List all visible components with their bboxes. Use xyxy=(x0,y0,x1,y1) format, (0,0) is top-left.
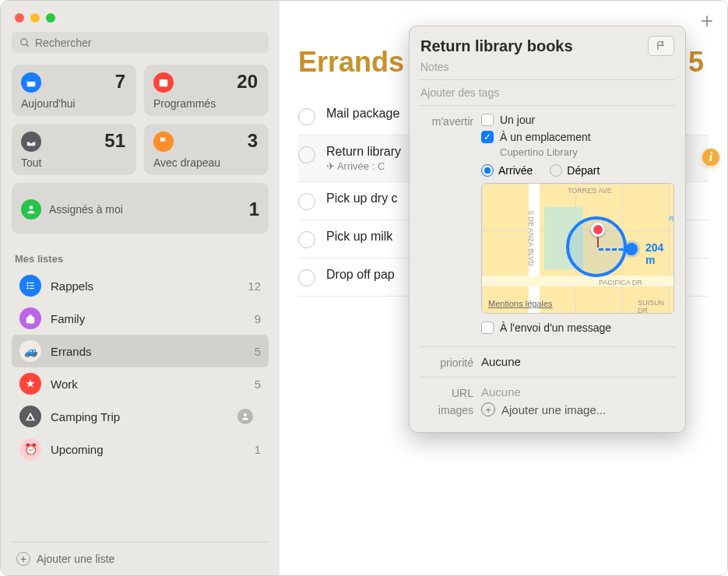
at-location-checkbox-row[interactable]: ✓ À un emplacement xyxy=(481,131,674,143)
svg-line-1 xyxy=(26,44,29,47)
svg-point-7 xyxy=(26,285,28,286)
sidebar: 7 Aujourd'hui 20 Programmés 51 Tout xyxy=(1,1,280,575)
smart-label: Aujourd'hui xyxy=(21,97,127,110)
street-label: PACIFICA DR xyxy=(599,279,642,286)
tent-icon xyxy=(19,406,41,427)
flag-toggle-button[interactable] xyxy=(648,36,674,56)
sidebar-list-camping-trip[interactable]: Camping Trip xyxy=(12,400,269,433)
street-label: SUISUN DR xyxy=(638,299,673,314)
sidebar-list-family[interactable]: Family9 xyxy=(12,302,269,335)
smart-label: Programmés xyxy=(153,97,259,110)
complete-toggle[interactable] xyxy=(298,231,315,248)
flag-icon xyxy=(153,132,174,152)
smart-count: 51 xyxy=(104,130,125,152)
radius-handle[interactable] xyxy=(625,243,638,255)
street-label: S DE ANZA BLVD xyxy=(527,210,535,266)
complete-toggle[interactable] xyxy=(298,269,315,286)
sidebar-list-rappels[interactable]: Rappels12 xyxy=(12,269,269,302)
list-count: 5 xyxy=(688,46,704,79)
url-label: URL xyxy=(420,385,481,399)
radio-unchecked-icon xyxy=(550,164,562,177)
list-name: Rappels xyxy=(51,279,93,293)
location-map[interactable]: TORRES AVE S DE ANZA BLVD PACIFICA DR SU… xyxy=(481,183,674,314)
radio-checked-icon xyxy=(481,164,494,177)
car-icon: 🚙 xyxy=(19,340,41,362)
svg-rect-4 xyxy=(160,79,168,86)
smart-count: 1 xyxy=(249,198,259,220)
street-label: TORRES AVE xyxy=(568,187,612,195)
smart-list-flagged[interactable]: 3 Avec drapeau xyxy=(144,124,269,175)
info-button[interactable]: i xyxy=(702,149,719,166)
smart-label: Assignés à moi xyxy=(49,203,123,216)
arriving-label: Arrivée xyxy=(498,164,533,177)
svg-rect-10 xyxy=(30,285,34,286)
svg-rect-11 xyxy=(30,288,34,289)
smart-list-all[interactable]: 51 Tout xyxy=(12,124,136,175)
add-list-label: Ajouter une liste xyxy=(37,553,114,565)
smart-list-assigned[interactable]: Assignés à moi 1 xyxy=(12,183,269,234)
list-count: 5 xyxy=(255,378,261,391)
complete-toggle[interactable] xyxy=(298,193,315,210)
plus-circle-icon: + xyxy=(481,402,495,416)
list-name: Family xyxy=(51,312,85,325)
svg-rect-9 xyxy=(30,283,34,283)
list-name: Upcoming xyxy=(51,443,104,456)
list-count: 1 xyxy=(255,443,261,456)
calendar-icon xyxy=(21,72,41,93)
checkbox-checked-icon: ✓ xyxy=(481,131,494,143)
map-legal-link[interactable]: Mentions légales xyxy=(488,299,553,308)
list-icon xyxy=(19,275,41,297)
checkbox-unchecked-icon xyxy=(481,114,494,126)
search-input[interactable] xyxy=(35,37,261,49)
search-field[interactable] xyxy=(12,32,269,54)
list-count: 5 xyxy=(255,345,261,358)
inspector-title[interactable]: Return library books xyxy=(420,37,648,55)
when-messaging-checkbox-row[interactable]: À l'envoi d'un message xyxy=(481,321,674,334)
arriving-radio[interactable]: Arrivée xyxy=(481,164,533,177)
lists-container: Rappels12Family9🚙Errands5Work5Camping Tr… xyxy=(12,269,269,465)
smart-count: 7 xyxy=(115,71,125,93)
sidebar-list-work[interactable]: Work5 xyxy=(12,367,269,400)
complete-toggle[interactable] xyxy=(298,108,315,125)
leaving-label: Départ xyxy=(567,164,600,177)
complete-toggle[interactable] xyxy=(298,146,315,163)
add-list-button[interactable]: + Ajouter une liste xyxy=(12,542,269,575)
on-a-day-checkbox-row[interactable]: Un jour xyxy=(481,114,674,126)
close-window-button[interactable] xyxy=(15,13,24,23)
minimize-window-button[interactable] xyxy=(30,13,40,23)
smart-count: 3 xyxy=(248,130,258,152)
sidebar-list-upcoming[interactable]: ⏰Upcoming1 xyxy=(12,433,269,465)
tray-icon xyxy=(21,132,41,152)
calendar-dots-icon xyxy=(153,72,174,93)
map-pin-icon xyxy=(591,223,605,237)
fullscreen-window-button[interactable] xyxy=(46,13,55,23)
remind-me-label: m'avertir xyxy=(420,114,481,339)
svg-point-0 xyxy=(21,39,27,45)
images-label: images xyxy=(420,402,481,416)
sidebar-list-errands[interactable]: 🚙Errands5 xyxy=(12,335,269,367)
notes-field[interactable]: Notes xyxy=(420,58,674,76)
priority-label: priorité xyxy=(420,355,481,369)
svg-point-6 xyxy=(26,282,28,283)
shared-icon xyxy=(237,409,253,424)
location-name: Cupertino Library xyxy=(500,146,674,158)
smart-label: Tout xyxy=(21,156,127,169)
smart-list-today[interactable]: 7 Aujourd'hui xyxy=(12,65,136,116)
checkbox-unchecked-icon xyxy=(481,321,494,334)
list-name: Camping Trip xyxy=(51,410,120,423)
my-lists-header: Mes listes xyxy=(12,242,269,269)
add-reminder-button[interactable]: + xyxy=(701,9,713,33)
url-value[interactable]: Aucune xyxy=(481,385,674,399)
on-a-day-label: Un jour xyxy=(500,114,535,126)
smart-list-scheduled[interactable]: 20 Programmés xyxy=(144,65,269,116)
when-messaging-label: À l'envoi d'un message xyxy=(500,321,611,334)
radius-value: 204 m xyxy=(645,241,673,266)
add-image-button[interactable]: + Ajouter une image... xyxy=(481,402,674,416)
clock-icon: ⏰ xyxy=(19,438,41,460)
tags-field[interactable]: Ajouter des tags xyxy=(420,83,674,102)
svg-point-5 xyxy=(30,205,33,209)
plus-icon: + xyxy=(16,552,30,566)
person-icon xyxy=(21,199,41,220)
leaving-radio[interactable]: Départ xyxy=(550,164,600,177)
priority-value[interactable]: Aucune xyxy=(481,355,674,369)
